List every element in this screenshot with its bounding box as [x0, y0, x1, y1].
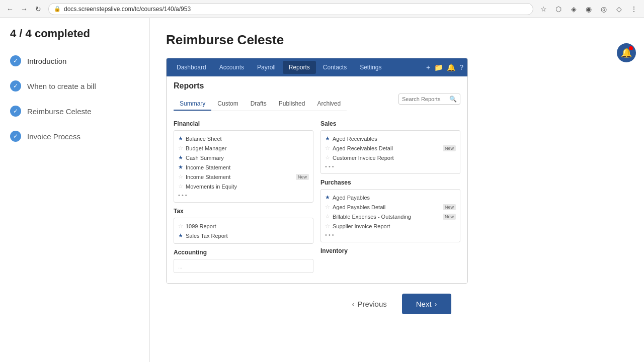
extension-icon-4[interactable]: ◎ — [598, 3, 610, 15]
prev-chevron-icon: ‹ — [352, 300, 354, 308]
report-item-1099[interactable]: ☆ 1099 Report — [178, 221, 309, 231]
star-income-statement-1: ★ — [178, 164, 183, 170]
main-content: Reimburse Celeste Dashboard Accounts Pay… — [149, 18, 644, 362]
sidebar-item-invoice-process[interactable]: ✓ Invoice Process — [0, 124, 149, 149]
star-movements-equity: ☆ — [178, 183, 183, 190]
badge-aged-receivables-detail: New — [443, 145, 456, 151]
search-input[interactable] — [402, 96, 447, 102]
report-item-accounting-placeholder: ... — [178, 262, 309, 271]
forward-button[interactable]: → — [18, 3, 30, 15]
report-label-cash-summary: Cash Summary — [186, 155, 224, 161]
report-item-budget-manager[interactable]: ☆ Budget Manager — [178, 143, 309, 153]
sidebar-label-invoice-process: Invoice Process — [27, 132, 80, 141]
report-label-movements-equity: Movements in Equity — [186, 184, 237, 190]
tax-section-title: Tax — [174, 208, 313, 215]
tab-summary[interactable]: Summary — [174, 98, 211, 111]
extension-icon-5[interactable]: ◇ — [613, 3, 625, 15]
report-item-billable-expenses[interactable]: ☆ Billable Expenses - Outstanding New — [325, 212, 456, 221]
next-button[interactable]: Next › — [402, 294, 451, 314]
star-aged-payables-detail: ☆ — [325, 204, 330, 210]
notification-bell[interactable]: 🔔 — [617, 43, 636, 62]
menu-icon[interactable]: ⋮ — [628, 3, 640, 15]
app-folder-icon[interactable]: 📁 — [434, 63, 443, 71]
app-plus-icon[interactable]: + — [426, 63, 430, 71]
report-item-aged-receivables[interactable]: ★ Aged Receivables — [325, 134, 456, 143]
report-item-balance-sheet[interactable]: ★ Balance Sheet — [178, 134, 309, 143]
check-icon-when-to-create-a-bill: ✓ — [10, 80, 21, 92]
refresh-button[interactable]: ↻ — [32, 3, 44, 15]
report-item-income-statement-2[interactable]: ☆ Income Statement New — [178, 172, 309, 182]
nav-buttons: ‹ Previous Next › — [166, 284, 628, 319]
report-item-movements-equity[interactable]: ☆ Movements in Equity — [178, 182, 309, 191]
report-item-cash-summary[interactable]: ★ Cash Summary — [178, 153, 309, 162]
app-nav-contacts[interactable]: Contacts — [317, 61, 353, 74]
star-supplier-invoice: ☆ — [325, 223, 330, 229]
star-sales-tax: ★ — [178, 232, 183, 239]
star-aged-payables: ★ — [325, 194, 330, 201]
app-help-icon[interactable]: ? — [459, 63, 463, 71]
report-label-aged-receivables-detail: Aged Receivables Detail — [333, 145, 393, 151]
star-income-statement-2: ☆ — [178, 173, 183, 180]
sidebar-item-reimburse-celeste[interactable]: ✓ Reimburse Celeste — [0, 99, 149, 124]
previous-button-label: Previous — [357, 300, 386, 308]
report-item-sales-tax[interactable]: ★ Sales Tax Report — [178, 231, 309, 240]
app-notify-icon[interactable]: 🔔 — [447, 63, 455, 71]
inventory-section-title: Inventory — [320, 247, 460, 254]
app-nav-settings[interactable]: Settings — [354, 61, 387, 74]
app-nav-payroll[interactable]: Payroll — [251, 61, 282, 74]
reports-search[interactable]: 🔍 — [398, 94, 460, 105]
star-aged-receivables: ★ — [325, 135, 330, 142]
extension-icon-2[interactable]: ◈ — [568, 3, 580, 15]
url-text: docs.screenstepslive.com/tc/courses/140/… — [64, 6, 191, 13]
report-label-aged-receivables: Aged Receivables — [333, 136, 377, 142]
app-nav-dashboard[interactable]: Dashboard — [171, 61, 212, 74]
extension-icon-1[interactable]: ⬡ — [552, 3, 565, 15]
reports-tabs: Summary Custom Drafts Published Archived — [174, 98, 347, 111]
reports-title: Reports — [174, 81, 204, 90]
previous-button[interactable]: ‹ Previous — [343, 295, 395, 313]
bookmark-icon[interactable]: ☆ — [537, 3, 549, 15]
report-item-supplier-invoice[interactable]: ☆ Supplier Invoice Report — [325, 221, 456, 231]
check-icon-reimburse-celeste: ✓ — [10, 106, 21, 117]
star-customer-invoice: ☆ — [325, 154, 330, 161]
sidebar-label-introduction: Introduction — [27, 57, 66, 65]
financial-ellipsis: • • • — [178, 191, 309, 199]
address-bar[interactable]: 🔒 docs.screenstepslive.com/tc/courses/14… — [48, 3, 533, 15]
app-nav-bar: Dashboard Accounts Payroll Reports Conta… — [167, 58, 467, 76]
report-item-aged-payables-detail[interactable]: ☆ Aged Payables Detail New — [325, 202, 456, 212]
financial-section-title: Financial — [174, 120, 313, 127]
report-label-sales-tax: Sales Tax Report — [186, 233, 228, 239]
reports-header: Reports — [174, 81, 460, 95]
financial-section-box: ★ Balance Sheet ☆ Budget Manager ★ Cash … — [174, 130, 313, 203]
page-layout: 4 / 4 completed ✓ Introduction ✓ When to… — [0, 18, 644, 362]
report-item-income-statement-1[interactable]: ★ Income Statement — [178, 162, 309, 172]
star-1099: ☆ — [178, 223, 183, 229]
report-item-customer-invoice[interactable]: ☆ Customer Invoice Report — [325, 153, 456, 162]
sidebar-item-introduction[interactable]: ✓ Introduction — [0, 48, 149, 73]
sidebar-label-reimburse-celeste: Reimburse Celeste — [27, 107, 92, 116]
app-nav-reports[interactable]: Reports — [283, 61, 316, 74]
extension-icon-3[interactable]: ◉ — [583, 3, 595, 15]
sidebar-item-when-to-create-a-bill[interactable]: ✓ When to create a bill — [0, 73, 149, 99]
main-wrapper: 🔔 Reimburse Celeste Dashboard Accounts P… — [149, 18, 644, 362]
sales-ellipsis: • • • — [325, 162, 456, 170]
tab-drafts[interactable]: Drafts — [245, 98, 273, 111]
check-icon-introduction: ✓ — [10, 55, 21, 66]
report-item-aged-receivables-detail[interactable]: ☆ Aged Receivables Detail New — [325, 143, 456, 153]
tabs-search-row: Summary Custom Drafts Published Archived… — [174, 98, 460, 116]
search-icon[interactable]: 🔍 — [449, 96, 457, 103]
tab-published[interactable]: Published — [273, 98, 311, 111]
tab-archived[interactable]: Archived — [311, 98, 347, 111]
back-button[interactable]: ← — [4, 3, 16, 15]
app-nav-accounts[interactable]: Accounts — [213, 61, 250, 74]
report-item-aged-payables[interactable]: ★ Aged Payables — [325, 193, 456, 202]
tab-custom[interactable]: Custom — [211, 98, 244, 111]
accounting-section-box: ... — [174, 259, 313, 273]
notification-dot — [629, 46, 633, 50]
star-cash-summary: ★ — [178, 154, 183, 161]
app-screenshot: Dashboard Accounts Payroll Reports Conta… — [166, 58, 468, 284]
star-balance-sheet: ★ — [178, 135, 183, 142]
app-nav-icons: + 📁 🔔 ? — [426, 63, 463, 71]
report-label-aged-payables-detail: Aged Payables Detail — [333, 204, 385, 210]
sidebar-label-when-to-create-a-bill: When to create a bill — [27, 82, 96, 90]
